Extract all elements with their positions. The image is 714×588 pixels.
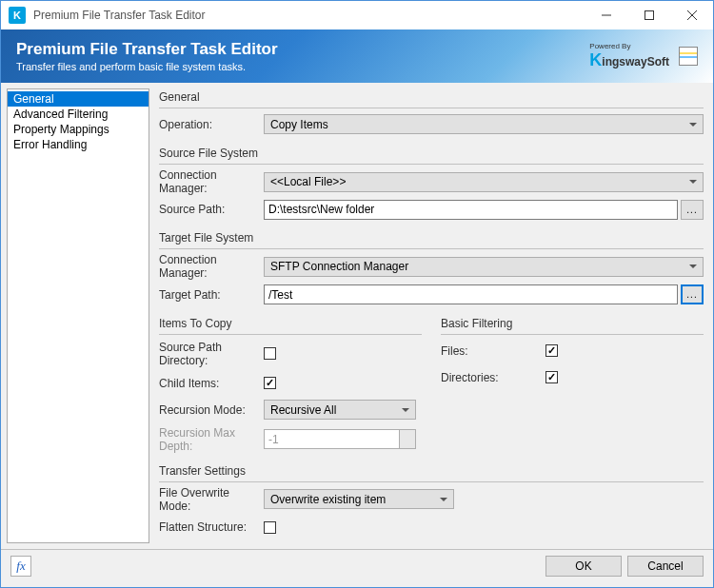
main-panel: General Operation: Copy Items Source Fil… — [155, 88, 707, 543]
overwrite-label: File Overwrite Mode: — [159, 486, 264, 513]
section-items: Items To Copy — [159, 315, 422, 332]
maximize-button[interactable] — [627, 1, 670, 29]
operation-dropdown[interactable]: Copy Items — [264, 114, 704, 134]
tgt-path-label: Target Path: — [159, 288, 264, 302]
section-target: Target File System — [159, 229, 704, 246]
sidebar: General Advanced Filtering Property Mapp… — [7, 88, 149, 543]
src-path-input[interactable]: D:\testsrc\New folder — [264, 200, 678, 220]
flatten-checkbox[interactable] — [264, 521, 276, 534]
divider — [159, 164, 704, 165]
cancel-button[interactable]: Cancel — [627, 556, 704, 577]
src-conn-label: Connection Manager: — [159, 168, 264, 195]
flatten-label: Flatten Structure: — [159, 520, 264, 534]
brand-logo: Powered By KingswaySoft — [589, 42, 669, 70]
directories-checkbox[interactable] — [545, 371, 558, 383]
svg-rect-1 — [645, 11, 653, 20]
src-path-dir-checkbox[interactable] — [264, 347, 276, 360]
section-transfer: Transfer Settings — [159, 462, 704, 480]
document-icon[interactable] — [679, 47, 698, 66]
section-filtering: Basic Filtering — [441, 315, 704, 332]
tgt-conn-dropdown[interactable]: SFTP Connection Manager — [264, 257, 704, 277]
tgt-path-input[interactable]: /Test — [264, 284, 678, 304]
titlebar: K Premium File Transfer Task Editor — [1, 1, 713, 29]
recursion-mode-label: Recursion Mode: — [159, 403, 264, 417]
divider — [159, 481, 704, 482]
footer: fx OK Cancel — [1, 549, 713, 581]
divider — [159, 248, 704, 249]
sidebar-item-property-mappings[interactable]: Property Mappings — [8, 122, 149, 137]
divider — [159, 108, 704, 108]
src-path-browse-button[interactable]: ... — [681, 200, 704, 220]
recursion-mode-dropdown[interactable]: Recursive All — [264, 400, 416, 420]
ok-button[interactable]: OK — [545, 556, 622, 577]
fx-button[interactable]: fx — [10, 556, 31, 577]
src-path-label: Source Path: — [159, 203, 264, 216]
directories-label: Directories: — [441, 371, 545, 384]
sidebar-item-advanced-filtering[interactable]: Advanced Filtering — [8, 107, 149, 122]
files-checkbox[interactable] — [545, 344, 558, 357]
child-items-checkbox[interactable] — [264, 377, 276, 389]
section-source: Source File System — [159, 145, 704, 162]
divider — [441, 334, 704, 335]
banner-title: Premium File Transfer Task Editor — [16, 40, 278, 59]
recursion-depth-label: Recursion Max Depth: — [159, 426, 264, 453]
tgt-path-browse-button[interactable]: ... — [681, 284, 704, 304]
recursion-depth-spinner: -1 — [264, 429, 416, 449]
close-button[interactable] — [670, 1, 713, 29]
banner-subtitle: Transfer files and perform basic file sy… — [16, 61, 278, 72]
section-general: General — [159, 88, 704, 106]
files-label: Files: — [441, 344, 545, 358]
child-items-label: Child Items: — [159, 377, 264, 390]
tgt-conn-label: Connection Manager: — [159, 253, 264, 280]
sidebar-item-general[interactable]: General — [8, 91, 149, 107]
sidebar-item-error-handling[interactable]: Error Handling — [8, 137, 149, 152]
banner: Premium File Transfer Task Editor Transf… — [1, 29, 713, 83]
operation-label: Operation: — [159, 118, 264, 131]
src-conn-dropdown[interactable]: <<Local File>> — [264, 172, 704, 192]
src-path-dir-label: Source Path Directory: — [159, 341, 264, 367]
overwrite-dropdown[interactable]: Overwrite existing item — [264, 489, 454, 509]
window-title: Premium File Transfer Task Editor — [33, 9, 585, 22]
app-icon: K — [9, 7, 26, 24]
divider — [159, 334, 422, 335]
window-controls — [585, 1, 713, 29]
minimize-button[interactable] — [585, 1, 627, 29]
